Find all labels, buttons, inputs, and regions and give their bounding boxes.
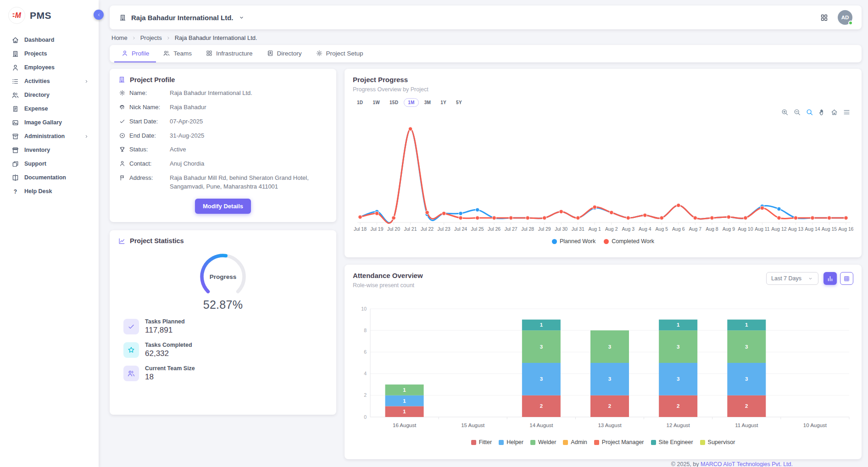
sidebar-item-dashboard[interactable]: Dashboard [0, 33, 99, 47]
avatar[interactable]: AD [838, 10, 852, 25]
app-logo[interactable]: M PMS [0, 0, 99, 26]
attendance-bar-chart[interactable]: 024681011116 August15 August233114 Augus… [353, 297, 853, 434]
marker-completed-work[interactable] [827, 216, 831, 220]
range-1w-button[interactable]: 1W [368, 98, 384, 107]
toolbar-zoom-in-button[interactable] [781, 108, 789, 116]
sidebar-item-expense[interactable]: Expense [0, 102, 99, 116]
toolbar-selection-zoom-button[interactable] [806, 108, 813, 116]
range-3m-button[interactable]: 3M [420, 98, 435, 107]
toolbar-home-button[interactable] [830, 108, 838, 116]
marker-completed-work[interactable] [760, 206, 764, 210]
marker-completed-work[interactable] [593, 205, 596, 209]
table-view-button[interactable] [840, 272, 853, 285]
table-grid-icon [843, 275, 850, 282]
marker-completed-work[interactable] [392, 216, 395, 220]
tab-infrastructure[interactable]: Infrastructure [199, 45, 260, 62]
x-axis-label: Aug 2 [605, 226, 618, 232]
receipt-icon [11, 105, 19, 113]
tab-teams[interactable]: Teams [156, 45, 199, 62]
marker-completed-work[interactable] [777, 216, 781, 220]
marker-completed-work[interactable] [693, 216, 697, 220]
marker-completed-work[interactable] [358, 215, 362, 219]
marker-completed-work[interactable] [475, 216, 479, 220]
marker-completed-work[interactable] [844, 216, 848, 220]
marker-completed-work[interactable] [375, 211, 378, 215]
legend-project-manager[interactable]: Project Manager [594, 439, 644, 445]
marker-planned-work[interactable] [777, 207, 781, 211]
marker-completed-work[interactable] [576, 216, 580, 220]
book-icon [11, 174, 19, 182]
user-icon [119, 160, 126, 167]
x-axis-label: Aug 13 [788, 226, 803, 232]
marker-completed-work[interactable] [408, 127, 412, 131]
toolbar-menu-button[interactable] [843, 108, 851, 116]
legend-supervisor[interactable]: Supervisor [700, 439, 735, 445]
marker-completed-work[interactable] [710, 216, 714, 220]
marker-completed-work[interactable] [626, 216, 630, 220]
marker-completed-work[interactable] [811, 216, 814, 220]
marker-completed-work[interactable] [442, 211, 445, 215]
marker-completed-work[interactable] [643, 213, 647, 217]
range-1y-button[interactable]: 1Y [436, 98, 451, 107]
legend-admin[interactable]: Admin [563, 439, 587, 445]
range-1d-button[interactable]: 1D [353, 98, 367, 107]
tab-profile[interactable]: Profile [114, 45, 156, 62]
sidebar-item-directory[interactable]: Directory [0, 88, 99, 102]
breadcrumb-raja-bahadur-international-ltd[interactable]: Raja Bahadur International Ltd. [175, 34, 257, 41]
marker-completed-work[interactable] [459, 216, 462, 220]
project-profile-card: Project Profile Name: Raja Bahadur Inter… [110, 69, 336, 222]
marker-completed-work[interactable] [425, 211, 429, 214]
sidebar-item-image-gallary[interactable]: Image Gallary [0, 116, 99, 129]
marker-completed-work[interactable] [492, 216, 496, 220]
sidebar-item-inventory[interactable]: Inventory [0, 143, 99, 157]
tab-directory[interactable]: Directory [260, 45, 309, 62]
marker-completed-work[interactable] [744, 216, 747, 220]
apps-grid-button[interactable] [820, 13, 829, 22]
progress-line-chart[interactable]: Jul 18Jul 19Jul 20Jul 21Jul 22Jul 23Jul … [353, 114, 853, 235]
company-selector[interactable]: Raja Bahadur International Ltd. [119, 14, 820, 22]
footer-company-link[interactable]: MARCO AIoT Technologies Pvt. Ltd. [701, 461, 793, 467]
sidebar-item-documentation[interactable]: Documentation [0, 171, 99, 184]
profile-row-value: Raja Bahadur [162, 103, 328, 112]
sidebar-item-label: Expense [24, 106, 48, 112]
sidebar-item-administration[interactable]: Administration [0, 129, 99, 143]
date-filter-select[interactable]: Last 7 Days [766, 272, 818, 285]
chev-down-icon [238, 14, 245, 21]
range-1m-button[interactable]: 1M [404, 98, 419, 107]
marker-completed-work[interactable] [794, 216, 797, 220]
marker-completed-work[interactable] [610, 211, 613, 214]
breadcrumb-projects[interactable]: Projects [140, 34, 162, 41]
marker-completed-work[interactable] [542, 216, 546, 220]
marker-completed-work[interactable] [677, 203, 680, 207]
legend-fitter[interactable]: Fitter [471, 439, 492, 445]
sidebar-item-employees[interactable]: Employees [0, 61, 99, 74]
sidebar-item-activities[interactable]: Activities [0, 74, 99, 88]
range-5y-button[interactable]: 5Y [452, 98, 466, 107]
legend-marker-icon [471, 440, 476, 445]
legend-planned-work[interactable]: Planned Work [552, 238, 595, 245]
marker-completed-work[interactable] [660, 216, 663, 220]
sidebar-item-support[interactable]: Support [0, 157, 99, 171]
x-axis-label: Jul 30 [555, 226, 568, 232]
marker-completed-work[interactable] [559, 210, 563, 213]
bar-view-button[interactable] [823, 272, 837, 285]
toolbar-pan-button[interactable] [818, 108, 826, 116]
marker-completed-work[interactable] [509, 216, 512, 220]
marker-completed-work[interactable] [526, 216, 529, 220]
range-15d-button[interactable]: 15D [385, 98, 402, 107]
modify-details-button[interactable]: Modify Details [195, 199, 251, 214]
breadcrumb-home[interactable]: Home [111, 34, 128, 41]
legend-site-engineer[interactable]: Site Engineer [651, 439, 693, 445]
legend-welder[interactable]: Welder [530, 439, 556, 445]
legend-helper[interactable]: Helper [499, 439, 523, 445]
marker-completed-work[interactable] [727, 215, 730, 219]
tab-project-setup[interactable]: Project Setup [309, 45, 370, 62]
toolbar-zoom-out-button[interactable] [793, 108, 801, 116]
marker-planned-work[interactable] [475, 208, 479, 211]
marker-planned-work[interactable] [459, 211, 462, 215]
legend-completed-work[interactable]: Completed Work [604, 238, 654, 245]
sidebar-collapse-button[interactable] [94, 10, 104, 20]
series-line-completed-work [360, 129, 846, 223]
sidebar-item-projects[interactable]: Projects [0, 47, 99, 61]
sidebar-item-help-desk[interactable]: ? Help Desk [0, 184, 99, 198]
